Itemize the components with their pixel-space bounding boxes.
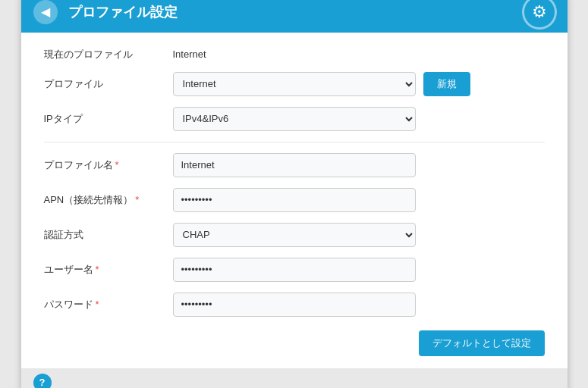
password-label: パスワード* [44, 298, 173, 311]
new-profile-button[interactable]: 新規 [423, 72, 470, 96]
button-row: デフォルトとして設定 [44, 327, 545, 356]
apn-label: APN（接続先情報）* [44, 193, 173, 207]
set-default-button[interactable]: デフォルトとして設定 [419, 330, 545, 356]
help-button[interactable]: ? [33, 374, 52, 389]
main-window: ◀ プロファイル設定 ⚙ 現在のプロファイル Internet プロファイル I… [21, 0, 568, 388]
profile-name-label: プロファイル名* [44, 158, 173, 172]
username-row: ユーザー名* [44, 258, 545, 282]
username-label: ユーザー名* [44, 263, 173, 277]
profile-label: プロファイル [44, 77, 173, 91]
password-input[interactable] [173, 293, 416, 317]
back-button[interactable]: ◀ [33, 0, 58, 24]
profile-name-row: プロファイル名* [44, 153, 545, 177]
auth-select[interactable]: CHAP PAP None [173, 223, 416, 247]
username-input[interactable] [173, 258, 416, 282]
ip-type-row: IPタイプ IPv4&IPv6 IPv4 IPv6 [44, 107, 545, 131]
profile-row: プロファイル Internet Profile2 Profile3 新規 [44, 72, 545, 96]
page-title: プロファイル設定 [68, 3, 178, 21]
profile-select-group: Internet Profile2 Profile3 新規 [173, 72, 470, 96]
profile-select[interactable]: Internet Profile2 Profile3 [173, 72, 416, 96]
profile-name-input[interactable] [173, 153, 416, 177]
current-profile-row: 現在のプロファイル Internet [44, 48, 545, 61]
divider [44, 142, 545, 142]
password-row: パスワード* [44, 293, 545, 317]
apn-input[interactable] [173, 188, 416, 212]
auth-label: 認証方式 [44, 228, 173, 242]
header: ◀ プロファイル設定 ⚙ [21, 0, 568, 33]
ip-type-select[interactable]: IPv4&IPv6 IPv4 IPv6 [173, 107, 416, 131]
ip-type-label: IPタイプ [44, 112, 173, 126]
form-content: 現在のプロファイル Internet プロファイル Internet Profi… [21, 33, 568, 368]
auth-row: 認証方式 CHAP PAP None [44, 223, 545, 247]
back-icon: ◀ [41, 5, 50, 19]
apn-row: APN（接続先情報）* [44, 188, 545, 212]
gear-button[interactable]: ⚙ [522, 0, 557, 30]
gear-icon: ⚙ [532, 2, 547, 22]
footer: ? [21, 368, 568, 389]
current-profile-label: 現在のプロファイル [44, 48, 173, 61]
current-profile-value: Internet [173, 48, 206, 60]
